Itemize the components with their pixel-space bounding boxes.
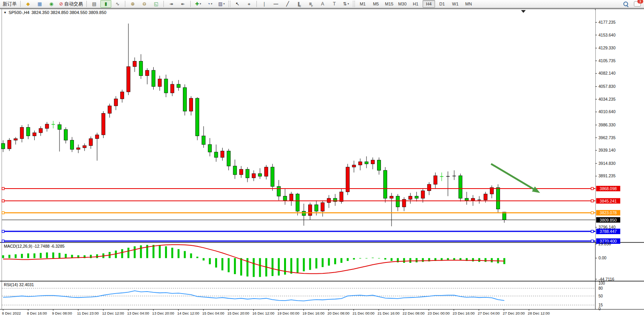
timeframe-button-mn[interactable]: MN (462, 0, 475, 8)
autotrading-button[interactable]: ⊘自动交易 (58, 0, 84, 8)
indicators-icon[interactable]: ✚▾ (193, 0, 204, 8)
price-chip-label: 3823.078 (600, 210, 617, 215)
price-tick-label: 3939.140 (598, 148, 616, 152)
price-tick-label: 3914.830 (598, 161, 616, 166)
time-tick-label: 16 Dec 12:00 (253, 311, 275, 315)
time-tick-label: 19 Dec 00:00 (277, 311, 300, 315)
time-tick-label: 15 Dec 04:00 (202, 311, 225, 315)
timeframe-button-m30[interactable]: M30 (396, 0, 409, 8)
terminal-icon-glyph: ▦ (37, 1, 42, 7)
zoom-in-icon[interactable]: ⊕ (127, 0, 138, 8)
templates-icon-glyph: ▨ (218, 1, 223, 7)
notifications-icon[interactable]: 1 (632, 0, 643, 8)
toolbar-grip (228, 1, 230, 7)
timeframe-button-d1[interactable]: D1 (436, 0, 448, 8)
new-order-button-label: 新订单 (3, 1, 17, 7)
trendline-icon[interactable]: ╱ (282, 0, 293, 8)
magnifier-glyph (623, 1, 629, 7)
time-tick-label: 19 Dec 16:00 (302, 311, 325, 315)
rsi-tick-label: 100 (598, 281, 605, 285)
time-tick-label: 27 Dec 20:00 (503, 311, 525, 315)
time-tick-label: 21 Dec 16:00 (377, 311, 400, 315)
toolbar: 新订单◆▦◉⊘自动交易▤▮∿⊕⊖◱↠↞✚▾◔▾▨▾↖＋｜—╱∥E≡FAT⇅▾M1… (0, 0, 644, 8)
price-chip-label: 3788.447 (600, 229, 617, 234)
chart-shift-icon-glyph: ↞ (181, 1, 185, 7)
time-tick-label: 8 Dec 2022 (2, 311, 21, 315)
price-tick-label: 3891.235 (598, 173, 616, 178)
mt4-window: { "toolbar": { "items": [ {"n":"new-orde… (0, 0, 644, 320)
macd-tick-label: 0.00 (598, 255, 607, 260)
auto-scroll-icon-glyph: ↠ (169, 1, 173, 7)
text-label-icon[interactable]: T (329, 0, 340, 8)
time-tick-label: 15 Dec 20:00 (227, 311, 249, 315)
toolbar-separator (86, 1, 87, 7)
indicators-icon-glyph: ✚ (195, 1, 199, 7)
price-tick-label: 4177.235 (598, 20, 616, 24)
chart-menu-icon[interactable]: ▼ (4, 11, 7, 14)
fibonacci-icon[interactable]: ≡F (305, 0, 316, 8)
price-tick-label: 4034.235 (598, 97, 616, 101)
new-order-button[interactable]: 新订单 (1, 0, 18, 8)
crosshair-icon[interactable]: ＋ (244, 0, 254, 8)
bar-chart-icon[interactable]: ▤ (89, 0, 100, 8)
periods-clock-icon[interactable]: ◔▾ (204, 0, 215, 8)
notification-badge: 1 (637, 0, 643, 3)
time-tick-label: 28 Dec 12:00 (528, 311, 550, 315)
timeframe-button-h4[interactable]: H4 (423, 0, 435, 8)
chart-shift-icon[interactable]: ↞ (177, 0, 188, 8)
equidistant-channel-icon[interactable]: ∥E (294, 0, 305, 8)
price-tick-label: 4105.735 (598, 58, 616, 63)
vertical-line-icon[interactable]: ｜ (259, 0, 270, 8)
price-tick-label: 4057.830 (598, 84, 616, 89)
timeframe-button-m1[interactable]: M1 (356, 0, 369, 8)
toolbar-separator (20, 1, 21, 7)
zoom-out-icon-glyph: ⊖ (142, 1, 146, 7)
price-chip-label: 3868.098 (600, 186, 617, 191)
macd-tick-label: 29.836 (598, 241, 611, 246)
line-chart-icon[interactable]: ∿ (112, 0, 123, 8)
timeframe-button-h1[interactable]: H1 (409, 0, 422, 8)
horizontal-line-icon-glyph: — (274, 1, 278, 7)
search-icon[interactable] (620, 0, 631, 8)
horizontal-line-icon[interactable]: — (270, 0, 281, 8)
arrows-icon[interactable]: ⇅▾ (340, 0, 351, 8)
chart-canvas[interactable]: 4177.2354153.6404129.3304105.7354082.140… (0, 0, 644, 320)
tile-windows-icon[interactable]: ◱ (151, 0, 161, 8)
candlestick-chart-icon[interactable]: ▮ (100, 0, 111, 8)
auto-scroll-icon[interactable]: ↠ (166, 0, 177, 8)
rsi-tick-label: 80 (598, 286, 603, 290)
rsi-label: RSI(14) 32.4031 (4, 282, 34, 287)
signals-icon[interactable]: ◉ (46, 0, 57, 8)
price-tick-label: 3986.330 (598, 122, 616, 127)
market-watch-icon-glyph: ◆ (26, 1, 30, 7)
cursor-icon[interactable]: ↖ (232, 0, 243, 8)
signals-icon-glyph: ◉ (49, 1, 53, 7)
market-watch-icon[interactable]: ◆ (23, 0, 33, 8)
time-tick-label: 22 Dec 08:00 (403, 311, 425, 315)
dropdown-caret-icon: ▾ (200, 2, 201, 5)
terminal-icon[interactable]: ▦ (34, 0, 45, 8)
timeframe-button-w1[interactable]: W1 (449, 0, 462, 8)
templates-icon[interactable]: ▨▾ (216, 0, 227, 8)
candlestick-chart-icon-glyph: ▮ (105, 1, 107, 7)
rsi-tick-label: 50 (598, 294, 603, 298)
line-chart-icon-glyph: ∿ (116, 1, 119, 7)
timeframe-button-m5[interactable]: M5 (370, 0, 382, 8)
text-icon[interactable]: A (317, 0, 328, 8)
rsi-tick-label: 0 (598, 307, 601, 311)
zoom-out-icon[interactable]: ⊖ (139, 0, 150, 8)
zoom-in-icon-glyph: ⊕ (131, 1, 135, 7)
macd-values: -12.7488 -6.3285 (33, 244, 65, 248)
dropdown-caret-icon: ▾ (347, 2, 349, 5)
price-tick-label: 3962.735 (598, 135, 616, 140)
vertical-line-icon-glyph: ｜ (262, 1, 267, 7)
arrows-icon-glyph: ⇅ (343, 1, 347, 7)
time-tick-label: 13 Dec 20:00 (152, 311, 174, 315)
timeframe-button-m15[interactable]: M15 (383, 0, 395, 8)
chart-title: ▼ SP500-,H4 3824.350 3824.850 3804.550 3… (4, 10, 106, 15)
text-label-icon-glyph: T (333, 1, 335, 7)
time-tick-label: 23 Dec 16:00 (453, 311, 475, 315)
toolbar-separator (163, 1, 164, 7)
dropdown-caret-icon: ▾ (211, 2, 212, 5)
dropdown-caret-icon: ▾ (223, 2, 225, 5)
